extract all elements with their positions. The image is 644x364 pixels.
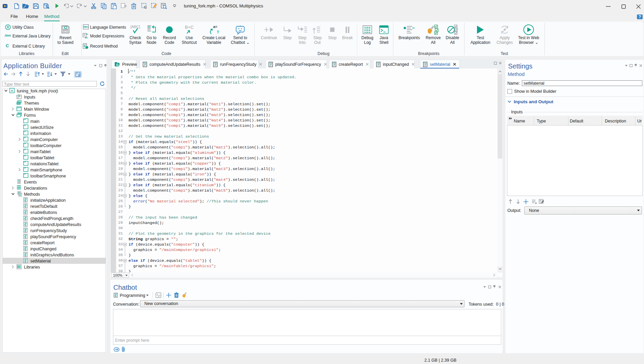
svg-text:T: T	[217, 30, 219, 34]
svg-text:A: A	[11, 89, 13, 92]
svg-text:B+C: B+C	[185, 25, 194, 30]
svg-text:ABC: ABC	[83, 26, 88, 28]
svg-text:a=: a=	[85, 36, 88, 39]
svg-text:a=: a=	[213, 25, 218, 29]
